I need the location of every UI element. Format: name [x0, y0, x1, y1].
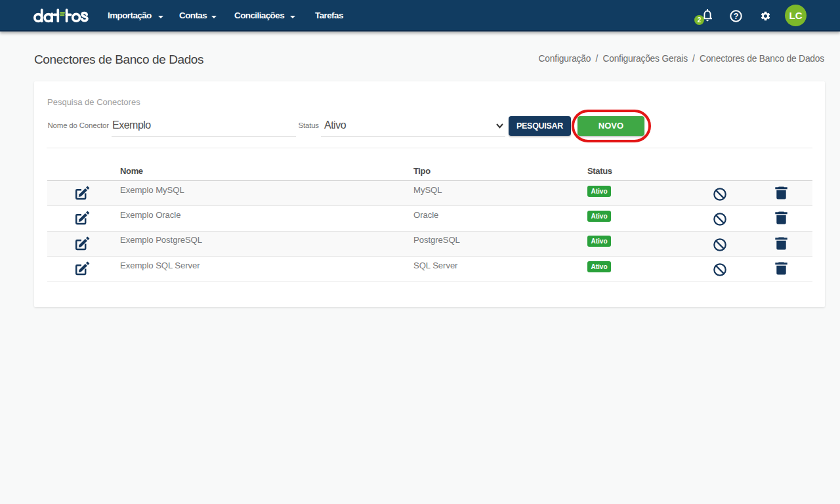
svg-text:?: ?	[734, 12, 739, 21]
